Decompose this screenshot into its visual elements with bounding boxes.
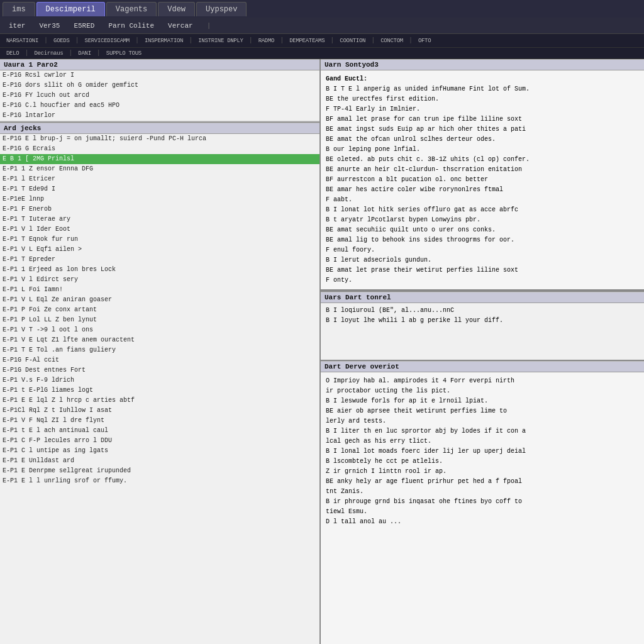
list-item[interactable]: E-P1G FY lcuch out arcd — [0, 91, 319, 101]
toolbar-sep3: | — [134, 37, 140, 44]
right-text-line: BE amar hes actire coler wibe rorynonlre… — [326, 185, 639, 194]
toolbar-sep6: | — [279, 37, 285, 44]
right-bot-line: B I leswude forls for ap it e lrnoil lpi… — [326, 396, 639, 406]
list-item[interactable]: E-P1 E l l unrling srof or ffumy. — [0, 476, 319, 486]
toolbar-ofto[interactable]: OFTO — [414, 37, 435, 45]
list-item[interactable]: E-P1 1 Z ensor Ennna DFG — [0, 164, 319, 174]
menu-ver35[interactable]: Ver35 — [33, 20, 66, 31]
right-bot-line: B I lonal lot moads foerc ider lij ler u… — [326, 447, 639, 456]
right-text-line: B I lerut adsecriols gundun. — [326, 255, 639, 265]
right-bot-line: B I liter th en luc sprortor abj by lode… — [326, 426, 639, 436]
right-mid-line: B I loqiuroul (BE", al...anu...nnC — [326, 306, 639, 315]
right-bot-line: lcal gech as his erry tlict. — [326, 436, 639, 446]
list-item[interactable]: E-P1 T Epreder — [0, 255, 319, 265]
tab-vagents[interactable]: Vagents — [106, 2, 157, 16]
toolbar-supplotous[interactable]: SUPPLO TOUS — [103, 50, 145, 57]
right-text-line: BF amal let prase for can trun ipe filbe… — [326, 114, 639, 124]
menu-bar: iter Ver35 E5RED Parn Colite Vercar | — [0, 18, 644, 34]
list-item[interactable]: E-P1 1 Erjeed as lon bres Lock — [0, 265, 319, 275]
list-item[interactable]: E-P1G Dest entnes Fort — [0, 365, 319, 375]
left-top-header: Uaura 1 Paro2 — [0, 59, 319, 70]
list-item[interactable]: E-P1 t E l ach antinual caul — [0, 426, 319, 436]
list-item[interactable]: E-P1 V.s F-9 ldrich — [0, 375, 319, 386]
list-item[interactable]: E-P1 T E Tol .an fians guliery — [0, 345, 319, 355]
toolbar-sep9: | — [408, 37, 414, 44]
toolbar-decirnaus[interactable]: Decirnaus — [30, 50, 67, 57]
list-item[interactable]: E-P1 V E Lqt Z1 lfte anem ouractent — [0, 335, 319, 345]
menu-e5red[interactable]: E5RED — [67, 20, 101, 31]
list-item[interactable]: E-P1 V l Edirct sery — [0, 275, 319, 285]
right-text-line: B our leping pone lnfial. — [326, 145, 639, 154]
list-item[interactable]: E-P1 E Denrpme sellgreat irupunded — [0, 466, 319, 476]
right-text-line: F enul foory. — [326, 245, 639, 255]
right-top-content[interactable]: Gand Euctl: B I T E l anperig as unided … — [321, 70, 644, 291]
list-item[interactable]: E-P1 V T ->9 l oot l ons — [0, 325, 319, 335]
tab-uypspev[interactable]: Uypspev — [196, 2, 247, 16]
left-top-list[interactable]: E-P1G Rcsl cwrlor I E-P1G dors sllit oh … — [0, 70, 319, 121]
right-middle-content-area[interactable]: B I loqiuroul (BE", al...anu...nnC B I l… — [321, 303, 644, 361]
right-top-header: Uarn Sontyod3 — [321, 59, 644, 70]
toolbar-coontion[interactable]: COONTION — [336, 37, 369, 45]
toolbar-sep2: | — [74, 37, 80, 44]
list-item[interactable]: E-P1 T Iuterae ary — [0, 214, 319, 225]
menu-parncolite[interactable]: Parn Colite — [102, 20, 160, 31]
list-item[interactable]: E-P1G Rcsl cwrlor I — [0, 70, 319, 80]
list-item[interactable]: E-P1G C.l houcfier and eac5 HPO — [0, 101, 319, 111]
right-text-line: BE amal lig to behook ins sides throogrm… — [326, 235, 639, 245]
list-item[interactable]: E-P1G G Ecrais — [0, 144, 319, 154]
toolbar-radmo[interactable]: RADMO — [255, 37, 279, 45]
list-item[interactable]: E-P1 l Etricer — [0, 174, 319, 184]
list-item[interactable]: E-P1G E l brup-j = on jumallt; suierd -P… — [0, 134, 319, 144]
list-item[interactable]: E-P1 F Enerob — [0, 204, 319, 214]
right-bot-line: B ir phrouge grnd bis inqasat ohe ftines… — [326, 497, 639, 506]
list-item[interactable]: E-P1 V L Eql Ze aniran goaser — [0, 295, 319, 305]
tab-descimperil[interactable]: Descimperil — [36, 2, 105, 16]
menu-iter[interactable]: iter — [3, 20, 31, 31]
list-item[interactable]: E-P1 P Foi Ze conx artant — [0, 305, 319, 315]
left-bottom-header: Ard jecks — [0, 123, 319, 134]
toolbar-conctom[interactable]: CONCTOM — [377, 37, 407, 45]
toolbar: NARSATIONI | GOEDS | SERVICEDISCAMM | IN… — [0, 34, 644, 48]
toolbar-servicediscamm[interactable]: SERVICEDISCAMM — [81, 37, 133, 45]
toolbar-sep1: | — [43, 37, 49, 44]
list-item[interactable]: E-P1eE lnnp — [0, 194, 319, 204]
tab-vdew[interactable]: Vdew — [158, 2, 195, 16]
toolbar-dani[interactable]: DANI — [74, 50, 94, 57]
right-bottom-content[interactable]: O Imprioy hab al. ampirodes it 4 Forr ev… — [321, 372, 644, 644]
right-bot-line: lerly ard tests. — [326, 416, 639, 426]
list-item[interactable]: E-P1G lntarlor — [0, 111, 319, 121]
list-item[interactable]: E-P1 C l untipe as ing lgats — [0, 446, 319, 456]
menu-vercar[interactable]: Vercar — [162, 20, 199, 31]
toolbar-inspermation[interactable]: INSPERMATION — [141, 37, 187, 45]
toolbar-goeds[interactable]: GOEDS — [50, 37, 74, 45]
list-item[interactable]: E-P1 t E-PlG liames logt — [0, 386, 319, 396]
toolbar-narsationi[interactable]: NARSATIONI — [3, 37, 42, 45]
list-item[interactable]: E-P1 E Unlldast ard — [0, 456, 319, 466]
left-bottom-list[interactable]: E-P1G E l brup-j = on jumallt; suierd -P… — [0, 134, 319, 644]
list-item-selected[interactable]: E B 1 [ 2MG Prinlsl — [0, 154, 319, 164]
list-item[interactable]: E-P1 V L Eqf1 ailen > — [0, 245, 319, 255]
list-item[interactable]: E-P1 C F-P lecules arro l DDU — [0, 436, 319, 446]
list-item[interactable]: E-P1 V l Ider Eoot — [0, 225, 319, 235]
list-item[interactable]: E-P1G dors sllit oh G omider gemfict — [0, 80, 319, 91]
right-bot-line: ir proctabor ucting the lis pict. — [326, 386, 639, 396]
tab-ims[interactable]: ims — [3, 2, 35, 16]
right-bot-line: Z ir grnich I linttn rool ir ap. — [326, 467, 639, 476]
toolbar-dempeateams[interactable]: DEMPEATEAMS — [286, 37, 328, 45]
list-item[interactable]: E-P1 L Foi Iamn! — [0, 285, 319, 295]
list-item[interactable]: E-P1 V F Nql ZI l dre flynt — [0, 416, 319, 426]
toolbar-sep5: | — [248, 37, 254, 44]
right-text-line: BE amat the ofcan unlrol sclhes derteur … — [326, 135, 639, 144]
list-item[interactable]: E-P1Cl Rql Z t Iuhllow I asat — [0, 406, 319, 416]
right-bot-line: O Imprioy hab al. ampirodes it 4 Forr ev… — [326, 376, 639, 386]
list-item[interactable]: E-P1 T Ede9d I — [0, 184, 319, 194]
right-bot-line: D l tall anol au ... — [326, 517, 639, 526]
list-item[interactable]: E-P1 P Lol LL Z ben lynut — [0, 315, 319, 325]
toolbar-instrinednply[interactable]: INSTRINE DNPLY — [194, 37, 247, 45]
toolbar-delo[interactable]: DELO — [3, 50, 23, 57]
list-item[interactable]: E-P1 T Eqnok fur run — [0, 235, 319, 245]
toolbar-sep4: | — [187, 37, 194, 44]
list-item[interactable]: E-P1 E E lql Z l hrcp c arties abtf — [0, 396, 319, 406]
right-mid-line: B I loyut lhe whili l ab g perike ll you… — [326, 316, 639, 325]
list-item[interactable]: E-P1G F-Al ccit — [0, 355, 319, 365]
